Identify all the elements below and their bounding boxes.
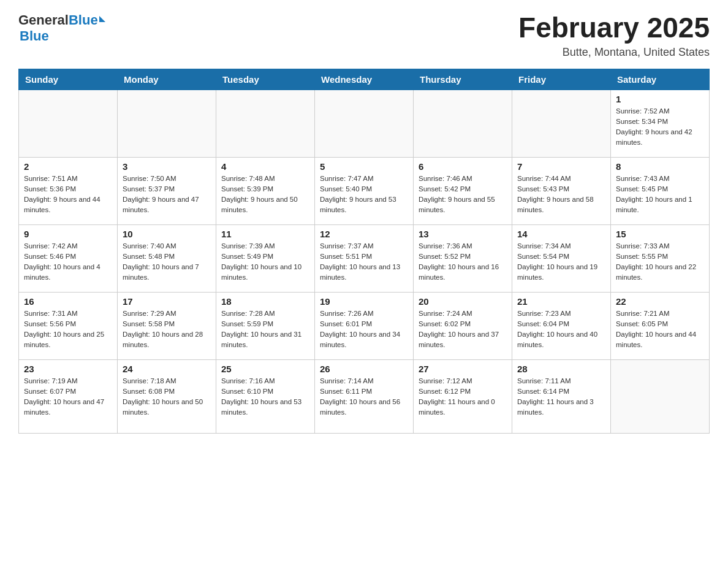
calendar-cell: 19Sunrise: 7:26 AMSunset: 6:01 PMDayligh…: [315, 292, 414, 359]
calendar-week-row: 23Sunrise: 7:19 AMSunset: 6:07 PMDayligh…: [19, 359, 710, 433]
day-info: Sunrise: 7:19 AMSunset: 6:07 PMDaylight:…: [24, 376, 112, 418]
calendar-cell: [414, 90, 512, 157]
day-info: Sunrise: 7:34 AMSunset: 5:54 PMDaylight:…: [517, 241, 605, 283]
day-number: 11: [221, 229, 309, 239]
month-title: February 2025: [518, 12, 710, 44]
day-info: Sunrise: 7:51 AMSunset: 5:36 PMDaylight:…: [24, 174, 112, 216]
calendar-week-row: 9Sunrise: 7:42 AMSunset: 5:46 PMDaylight…: [19, 224, 710, 292]
day-info: Sunrise: 7:24 AMSunset: 6:02 PMDaylight:…: [419, 308, 507, 351]
calendar-cell: 6Sunrise: 7:46 AMSunset: 5:42 PMDaylight…: [414, 157, 512, 224]
day-number: 13: [419, 229, 507, 239]
calendar-week-row: 2Sunrise: 7:51 AMSunset: 5:36 PMDaylight…: [19, 157, 710, 224]
logo: General Blue Blue: [18, 12, 105, 44]
day-number: 15: [616, 229, 704, 239]
day-info: Sunrise: 7:21 AMSunset: 6:05 PMDaylight:…: [616, 308, 704, 351]
day-info: Sunrise: 7:48 AMSunset: 5:39 PMDaylight:…: [221, 174, 309, 216]
calendar-cell: 12Sunrise: 7:37 AMSunset: 5:51 PMDayligh…: [315, 224, 414, 292]
calendar-cell: 20Sunrise: 7:24 AMSunset: 6:02 PMDayligh…: [414, 292, 512, 359]
calendar-cell: 21Sunrise: 7:23 AMSunset: 6:04 PMDayligh…: [512, 292, 611, 359]
weekday-header-wednesday: Wednesday: [315, 69, 414, 90]
calendar-cell: [118, 90, 216, 157]
calendar-cell: 2Sunrise: 7:51 AMSunset: 5:36 PMDaylight…: [19, 157, 118, 224]
weekday-header-saturday: Saturday: [611, 69, 710, 90]
day-number: 26: [320, 364, 408, 374]
day-number: 24: [123, 364, 211, 374]
calendar-cell: 8Sunrise: 7:43 AMSunset: 5:45 PMDaylight…: [611, 157, 710, 224]
day-info: Sunrise: 7:11 AMSunset: 6:14 PMDaylight:…: [517, 376, 605, 418]
calendar-cell: 23Sunrise: 7:19 AMSunset: 6:07 PMDayligh…: [19, 359, 118, 433]
title-section: February 2025 Butte, Montana, United Sta…: [518, 12, 710, 59]
day-number: 18: [221, 296, 309, 307]
calendar-cell: 25Sunrise: 7:16 AMSunset: 6:10 PMDayligh…: [216, 359, 315, 433]
day-number: 21: [517, 296, 605, 307]
day-info: Sunrise: 7:14 AMSunset: 6:11 PMDaylight:…: [320, 376, 408, 418]
calendar-cell: 17Sunrise: 7:29 AMSunset: 5:58 PMDayligh…: [118, 292, 216, 359]
day-info: Sunrise: 7:29 AMSunset: 5:58 PMDaylight:…: [123, 308, 211, 351]
calendar-cell: 28Sunrise: 7:11 AMSunset: 6:14 PMDayligh…: [512, 359, 611, 433]
weekday-header-friday: Friday: [512, 69, 611, 90]
calendar-cell: 16Sunrise: 7:31 AMSunset: 5:56 PMDayligh…: [19, 292, 118, 359]
day-number: 14: [517, 229, 605, 239]
calendar-cell: 18Sunrise: 7:28 AMSunset: 5:59 PMDayligh…: [216, 292, 315, 359]
day-number: 22: [616, 296, 704, 307]
day-info: Sunrise: 7:18 AMSunset: 6:08 PMDaylight:…: [123, 376, 211, 418]
calendar-cell: 3Sunrise: 7:50 AMSunset: 5:37 PMDaylight…: [118, 157, 216, 224]
logo-blue-text: Blue: [69, 12, 98, 28]
day-info: Sunrise: 7:33 AMSunset: 5:55 PMDaylight:…: [616, 241, 704, 283]
calendar-cell: [19, 90, 118, 157]
calendar-cell: 7Sunrise: 7:44 AMSunset: 5:43 PMDaylight…: [512, 157, 611, 224]
day-number: 5: [320, 161, 408, 172]
day-info: Sunrise: 7:46 AMSunset: 5:42 PMDaylight:…: [419, 174, 507, 216]
calendar-week-row: 1Sunrise: 7:52 AMSunset: 5:34 PMDaylight…: [19, 90, 710, 157]
weekday-header-thursday: Thursday: [414, 69, 512, 90]
day-number: 28: [517, 364, 605, 374]
calendar-cell: 14Sunrise: 7:34 AMSunset: 5:54 PMDayligh…: [512, 224, 611, 292]
day-number: 20: [419, 296, 507, 307]
calendar-cell: [611, 359, 710, 433]
day-info: Sunrise: 7:31 AMSunset: 5:56 PMDaylight:…: [24, 308, 112, 351]
day-number: 23: [24, 364, 112, 374]
day-number: 19: [320, 296, 408, 307]
logo-general-text: General: [18, 12, 69, 28]
day-number: 12: [320, 229, 408, 239]
calendar-cell: [216, 90, 315, 157]
calendar-cell: 4Sunrise: 7:48 AMSunset: 5:39 PMDaylight…: [216, 157, 315, 224]
day-number: 27: [419, 364, 507, 374]
day-info: Sunrise: 7:52 AMSunset: 5:34 PMDaylight:…: [616, 106, 704, 148]
day-info: Sunrise: 7:42 AMSunset: 5:46 PMDaylight:…: [24, 241, 112, 283]
weekday-header-row: SundayMondayTuesdayWednesdayThursdayFrid…: [19, 69, 710, 90]
calendar-cell: 5Sunrise: 7:47 AMSunset: 5:40 PMDaylight…: [315, 157, 414, 224]
day-info: Sunrise: 7:16 AMSunset: 6:10 PMDaylight:…: [221, 376, 309, 418]
logo-blue-word: Blue: [20, 28, 49, 44]
page-header: General Blue Blue February 2025 Butte, M…: [18, 12, 710, 59]
day-info: Sunrise: 7:37 AMSunset: 5:51 PMDaylight:…: [320, 241, 408, 283]
day-info: Sunrise: 7:40 AMSunset: 5:48 PMDaylight:…: [123, 241, 211, 283]
calendar-cell: 10Sunrise: 7:40 AMSunset: 5:48 PMDayligh…: [118, 224, 216, 292]
day-info: Sunrise: 7:23 AMSunset: 6:04 PMDaylight:…: [517, 308, 605, 351]
calendar-cell: 9Sunrise: 7:42 AMSunset: 5:46 PMDaylight…: [19, 224, 118, 292]
day-info: Sunrise: 7:43 AMSunset: 5:45 PMDaylight:…: [616, 174, 704, 216]
day-info: Sunrise: 7:26 AMSunset: 6:01 PMDaylight:…: [320, 308, 408, 351]
day-info: Sunrise: 7:28 AMSunset: 5:59 PMDaylight:…: [221, 308, 309, 351]
day-number: 10: [123, 229, 211, 239]
day-number: 16: [24, 296, 112, 307]
day-info: Sunrise: 7:12 AMSunset: 6:12 PMDaylight:…: [419, 376, 507, 418]
calendar-cell: 11Sunrise: 7:39 AMSunset: 5:49 PMDayligh…: [216, 224, 315, 292]
day-number: 1: [616, 94, 704, 104]
day-number: 2: [24, 161, 112, 172]
day-number: 4: [221, 161, 309, 172]
logo-arrow-icon: [99, 16, 105, 22]
day-number: 25: [221, 364, 309, 374]
calendar-cell: 13Sunrise: 7:36 AMSunset: 5:52 PMDayligh…: [414, 224, 512, 292]
calendar-cell: 1Sunrise: 7:52 AMSunset: 5:34 PMDaylight…: [611, 90, 710, 157]
calendar-cell: [315, 90, 414, 157]
calendar-table: SundayMondayTuesdayWednesdayThursdayFrid…: [18, 69, 710, 434]
day-info: Sunrise: 7:44 AMSunset: 5:43 PMDaylight:…: [517, 174, 605, 216]
day-number: 7: [517, 161, 605, 172]
day-info: Sunrise: 7:39 AMSunset: 5:49 PMDaylight:…: [221, 241, 309, 283]
weekday-header-monday: Monday: [118, 69, 216, 90]
day-number: 9: [24, 229, 112, 239]
day-number: 17: [123, 296, 211, 307]
calendar-cell: [512, 90, 611, 157]
day-info: Sunrise: 7:50 AMSunset: 5:37 PMDaylight:…: [123, 174, 211, 216]
